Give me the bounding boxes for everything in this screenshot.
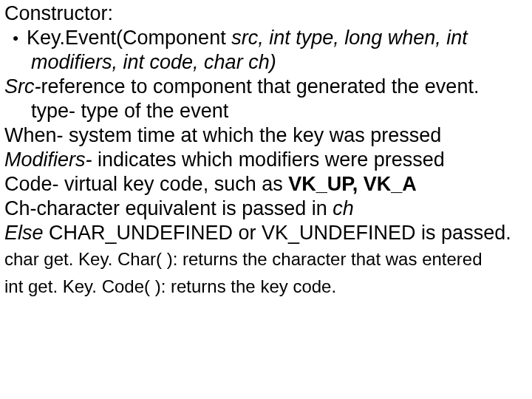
bullet-dot-icon: • bbox=[4, 26, 27, 50]
line-ch: Ch-character equivalent is passed in ch bbox=[4, 197, 532, 221]
line-getkeychar: char get. Key. Char( ): returns the char… bbox=[4, 248, 532, 271]
line-else-ital: Else bbox=[4, 222, 49, 244]
line-when: When- system time at which the key was p… bbox=[4, 123, 532, 148]
line-code-plain: Code- virtual key code, such as bbox=[4, 173, 288, 195]
slide: Constructor: • Key.Event(Component src, … bbox=[0, 0, 532, 399]
line-type: type- type of the event bbox=[4, 99, 532, 123]
line-modifiers-plain: indicates which modifiers were pressed bbox=[98, 149, 445, 171]
line-ch-ital: ch bbox=[332, 197, 354, 219]
keyevent-sig-ital1: src, int type, long when, int bbox=[231, 27, 468, 49]
line-modifiers-ital: Modifiers- bbox=[4, 149, 98, 171]
bullet-keyevent-line1: Key.Event(Component src, int type, long … bbox=[27, 26, 532, 50]
keyevent-sig-plain: Key.Event(Component bbox=[27, 27, 231, 49]
line-src-plain: reference to component that generated th… bbox=[41, 75, 480, 98]
line-code: Code- virtual key code, such as VK_UP, V… bbox=[4, 172, 532, 197]
line-ch-plain: Ch-character equivalent is passed in bbox=[4, 197, 332, 219]
bullet-keyevent-line2: modifiers, int code, char ch) bbox=[4, 50, 532, 75]
line-getkeycode: int get. Key. Code( ): returns the key c… bbox=[4, 275, 532, 299]
line-else-plain: CHAR_UNDEFINED or VK_UNDEFINED is passed… bbox=[49, 222, 511, 244]
line-else: Else CHAR_UNDEFINED or VK_UNDEFINED is p… bbox=[4, 221, 532, 245]
line-src: Src-reference to component that generate… bbox=[4, 75, 532, 99]
line-code-bold: VK_UP, VK_A bbox=[288, 173, 417, 195]
line-src-ital: Src- bbox=[4, 75, 41, 98]
line-modifiers: Modifiers- indicates which modifiers wer… bbox=[4, 148, 532, 172]
line-constructor: Constructor: bbox=[4, 1, 532, 26]
bullet-keyevent: • Key.Event(Component src, int type, lon… bbox=[4, 26, 532, 50]
